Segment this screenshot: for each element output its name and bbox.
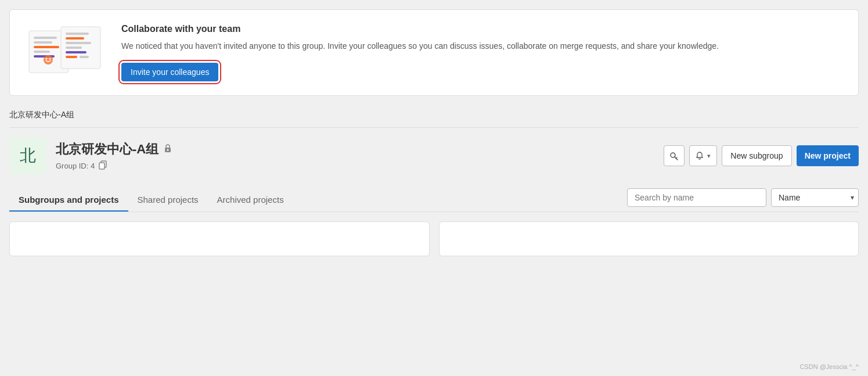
- group-id-label: Group ID: 4: [56, 162, 95, 170]
- group-name: 北京研发中心-A组: [56, 141, 159, 158]
- svg-rect-7: [66, 33, 89, 35]
- group-id-row: Group ID: 4: [56, 160, 172, 171]
- tabs-left: Subgroups and projects Shared projects A…: [9, 189, 293, 211]
- invite-content: Collaborate with your team We noticed th…: [121, 24, 842, 81]
- svg-rect-9: [66, 42, 91, 44]
- svg-rect-3: [34, 46, 59, 48]
- page-wrapper: CH S ⋮: [0, 0, 868, 376]
- footer-watermark: CSDN @Jesscia ^_^: [799, 363, 859, 370]
- bell-chevron-icon: ▾: [707, 152, 711, 160]
- svg-rect-10: [66, 46, 82, 49]
- svg-rect-4: [34, 51, 50, 53]
- lock-icon: [163, 144, 172, 155]
- svg-rect-15: [66, 56, 77, 58]
- svg-rect-11: [66, 51, 87, 53]
- tabs-right: Name Last created Oldest created Recentl…: [627, 188, 859, 212]
- tab-subgroups-and-projects[interactable]: Subgroups and projects: [9, 189, 128, 212]
- bottom-cards: [9, 221, 859, 256]
- invite-colleagues-button[interactable]: Invite your colleagues: [121, 63, 218, 81]
- group-info: 北京研发中心-A组 Group ID: 4: [56, 141, 172, 171]
- svg-point-18: [167, 149, 169, 151]
- group-breadcrumb: 北京研发中心-A组: [9, 110, 859, 128]
- svg-rect-2: [34, 41, 52, 44]
- invite-card: Collaborate with your team We noticed th…: [9, 9, 859, 96]
- svg-rect-8: [66, 37, 84, 40]
- tab-shared-projects[interactable]: Shared projects: [128, 189, 208, 212]
- tabs-row: Subgroups and projects Shared projects A…: [9, 188, 859, 212]
- svg-point-14: [49, 58, 51, 60]
- group-avatar: 北: [9, 137, 46, 174]
- sort-select[interactable]: Name Last created Oldest created Recentl…: [771, 188, 859, 207]
- key-button[interactable]: [664, 145, 685, 166]
- search-input[interactable]: [627, 188, 766, 207]
- group-header-left: 北 北京研发中心-A组 Group ID: 4: [9, 137, 172, 174]
- svg-point-13: [46, 58, 48, 60]
- invite-card-description: We noticed that you haven't invited anyo…: [121, 40, 842, 52]
- svg-point-12: [44, 55, 53, 65]
- new-project-button[interactable]: New project: [797, 145, 859, 166]
- sort-select-wrap: Name Last created Oldest created Recentl…: [771, 188, 859, 207]
- copy-id-icon[interactable]: [98, 160, 107, 171]
- invite-card-title: Collaborate with your team: [121, 24, 842, 34]
- bottom-card-right: [439, 221, 859, 256]
- svg-rect-16: [80, 56, 89, 58]
- bottom-card-left: [9, 221, 430, 256]
- group-header: 北 北京研发中心-A组 Group ID: 4: [9, 137, 859, 174]
- invite-illustration: [26, 24, 107, 76]
- svg-rect-1: [34, 37, 57, 39]
- illustration-svg: [26, 24, 107, 76]
- new-subgroup-button[interactable]: New subgroup: [722, 145, 791, 166]
- group-header-right: ▾ New subgroup New project: [664, 145, 859, 166]
- tab-archived-projects[interactable]: Archived projects: [208, 189, 293, 212]
- group-name-row: 北京研发中心-A组: [56, 141, 172, 158]
- notification-bell-button[interactable]: ▾: [689, 145, 717, 166]
- svg-rect-20: [99, 163, 105, 169]
- search-input-wrap: [627, 188, 766, 207]
